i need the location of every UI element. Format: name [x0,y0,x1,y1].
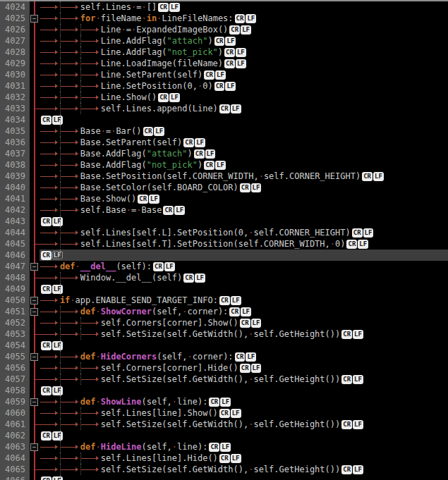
fold-margin [30,385,40,396]
fold-margin: − [30,351,40,362]
tab-arrow-icon [60,351,80,362]
code-content[interactable]: self.Corners[corner].Hide()CRLF [40,362,448,374]
code-content[interactable]: Line.AddFlag("attach")CRLF [40,35,448,47]
code-content[interactable]: self.SetSize(self.GetWidth(),·self.GetHe… [40,374,448,385]
fold-toggle-icon[interactable]: − [30,263,38,271]
tab-arrow-icon [40,182,60,193]
code-content[interactable]: Line.SetPosition(0,·0)CRLF [40,80,448,92]
code-content[interactable]: self.SetSize(self.GetWidth(),·self.GetHe… [40,328,448,340]
code-content[interactable]: Base.Show()CRLF [40,193,448,204]
code-token: self.Lines[self.L].SetPosition(0, [80,228,248,238]
code-token: self.GetHeight()) [253,464,340,474]
code-content[interactable]: self.Corners[corner].Show()CRLF [40,317,448,328]
fold-margin [30,238,40,250]
code-token: self.GetHeight()) [253,419,340,429]
space-dot-icon: · [75,261,80,271]
tab-arrow-icon [80,80,101,92]
code-token: corner): [188,307,229,316]
eol-cr-badge: CR [194,149,205,159]
indent-guide [60,216,61,227]
code-token: (self, [157,352,187,362]
code-line: 4045self.Lines[self.T].SetPosition(self.… [0,238,448,250]
eol-cr-badge: CR [341,330,352,339]
tab-arrow-icon [80,464,101,475]
eol-cr-badge: CR [143,127,154,136]
fold-toggle-icon[interactable]: − [30,15,38,23]
code-content[interactable]: for·fileName·in·LineFileNames:CRLF [40,13,448,24]
fold-line [34,148,35,159]
tab-arrow-icon [60,374,80,385]
code-content[interactable]: CRLF [40,475,448,480]
line-number: 4061 [0,419,30,430]
code-line: 4030Line.SetParent(self)CRLF [0,69,448,80]
code-content[interactable]: CRLF [40,250,448,261]
fold-toggle-icon[interactable]: − [30,443,38,451]
eol-cr-badge: CR [138,195,148,204]
code-content[interactable]: def·HideCorners(self,·corner):CRLF [40,351,448,362]
space-dot-icon: · [95,307,100,316]
fold-toggle-icon[interactable]: − [30,398,38,406]
code-content[interactable]: Base.SetPosition(self.CORNER_WIDTH,·self… [40,171,448,182]
line-number: 4052 [0,317,30,328]
eol-lf-badge: LF [52,431,63,441]
code-token: ExpandedImageBox() [136,25,228,35]
fold-line [34,159,35,171]
tab-arrow-icon [40,47,60,58]
code-content[interactable]: Line.AddFlag("not_pick")CRLF [40,47,448,58]
code-line: 4049CRLF [0,283,448,295]
fold-toggle-icon[interactable]: − [30,308,38,316]
code-content[interactable]: self.Lines[line].Hide()CRLF [40,453,448,464]
code-content[interactable]: Base.AddFlag("attach")CRLF [40,148,448,159]
code-content[interactable]: Line.Show()CRLF [40,92,448,103]
tab-arrow-icon [60,92,80,103]
line-number: 4042 [0,204,30,216]
code-content[interactable]: self.SetSize(self.GetWidth(),·self.GetHe… [40,419,448,430]
eol-cr-badge: CR [341,375,352,384]
line-number: 4029 [0,58,30,69]
tab-arrow-icon [80,362,101,374]
code-content[interactable]: Line·=·ExpandedImageBox()CRLF [40,24,448,35]
fold-toggle-icon[interactable]: − [30,297,38,304]
code-content[interactable]: self.Lines·=·[]CRLF [40,1,448,13]
code-content[interactable]: Base·=·Bar()CRLF [40,125,448,137]
code-content[interactable]: self.Lines[self.L].SetPosition(0,·self.C… [40,227,448,238]
code-line: 4038Base.AddFlag("not_pick")CRLF [0,159,448,171]
code-content[interactable]: self.Lines.append(Line)CRLF [40,103,448,114]
code-content[interactable]: CRLF [40,283,448,295]
line-number: 4036 [0,137,30,148]
eol-lf-badge: LF [251,364,262,373]
tab-arrow-icon [40,227,60,238]
code-content[interactable]: Base.AddFlag("not_pick")CRLF [40,159,448,171]
code-content[interactable]: self.Lines[self.T].SetPosition(self.CORN… [40,238,448,250]
eol-cr-badge: CR [219,296,230,305]
code-content[interactable]: def·HideLine(self,·line):CRLF [40,441,448,453]
space-dot-icon: · [70,295,75,305]
line-number: 4066 [0,475,30,480]
fold-toggle-icon[interactable]: − [30,353,38,361]
tab-arrow-icon [60,80,80,92]
code-token: (self, [142,397,172,407]
code-content[interactable]: Window.__del__(self)CRLF [40,272,448,283]
code-content[interactable]: self.Base·=·BaseCRLF [40,204,448,216]
code-content[interactable]: def·__del__(self):CRLF [40,261,448,272]
fold-margin [30,328,40,340]
code-content[interactable]: CRLF [40,340,448,351]
line-number: 4054 [0,340,30,351]
code-token: app.ENABLE_SEND_TARGET_INFO: [75,295,218,305]
code-content[interactable]: self.SetSize(self.GetWidth(),·self.GetHe… [40,464,448,475]
code-content[interactable]: Line.LoadImage(fileName)CRLF [40,58,448,69]
code-content[interactable]: self.Lines[line].Show()CRLF [40,407,448,419]
code-content[interactable]: CRLF [40,216,448,227]
code-content[interactable]: Base.SetColor(self.BOARD_COLOR)CRLF [40,182,448,193]
code-content[interactable]: CRLF [40,385,448,396]
code-token: = [136,2,141,12]
code-content[interactable]: CRLF [40,114,448,125]
code-content[interactable]: def·ShowCorner(self,·corner):CRLF [40,306,448,317]
code-content[interactable]: Line.SetParent(self)CRLF [40,69,448,80]
eol-cr-badge: CR [158,93,169,102]
code-content[interactable]: Base.SetParent(self)CRLF [40,137,448,148]
code-content[interactable]: CRLF [40,430,448,441]
code-content[interactable]: def·ShowLine(self,·line):CRLF [40,396,448,407]
fold-margin: − [30,306,40,317]
code-content[interactable]: if·app.ENABLE_SEND_TARGET_INFO:CRLF [40,295,448,306]
